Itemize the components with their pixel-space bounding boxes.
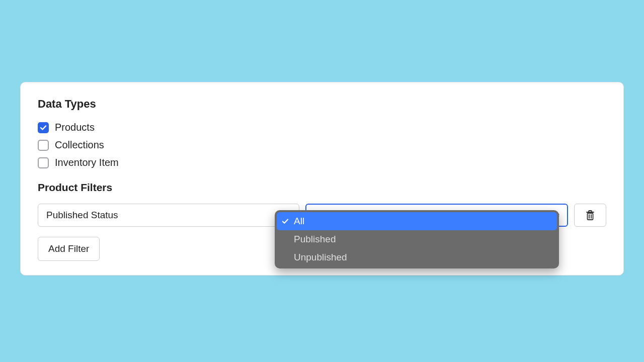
dropdown-option-label: Published [294,234,336,245]
product-filters-heading: Product Filters [38,182,606,194]
checkbox-label: Products [55,122,95,133]
checkbox-row-collections[interactable]: Collections [38,139,606,151]
data-types-heading: Data Types [38,98,606,111]
filter-field-select[interactable]: Published Status [38,204,299,227]
add-filter-label: Add Filter [48,243,89,254]
filter-field-value: Published Status [46,210,118,221]
trash-icon [585,210,595,221]
dropdown-option-all[interactable]: All [277,212,557,230]
add-filter-button[interactable]: Add Filter [38,237,100,261]
checkbox-row-inventory-item[interactable]: Inventory Item [38,157,606,168]
svg-rect-0 [588,213,593,220]
dropdown-option-unpublished[interactable]: Unpublished [277,248,557,266]
checkbox-row-products[interactable]: Products [38,122,606,133]
checkbox-inventory-item[interactable] [38,157,49,168]
delete-filter-button[interactable] [574,204,606,227]
checkbox-label: Collections [55,139,104,151]
checkbox-products[interactable] [38,122,49,133]
filter-value-dropdown: All Published Unpublished [275,210,559,268]
data-types-list: Products Collections Inventory Item [38,122,606,168]
checkbox-label: Inventory Item [55,157,119,168]
dropdown-option-label: All [294,216,304,227]
check-icon [40,124,47,131]
dropdown-option-label: Unpublished [294,252,347,263]
dropdown-option-published[interactable]: Published [277,230,557,248]
checkbox-collections[interactable] [38,140,49,151]
check-icon [282,218,294,225]
